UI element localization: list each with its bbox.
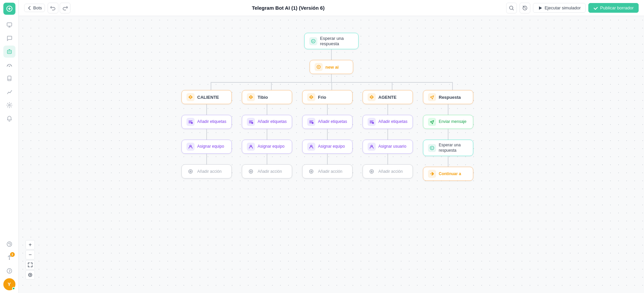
svg-point-4 xyxy=(9,52,10,53)
node-esperar-respuesta-2[interactable]: Esperar una respuesta xyxy=(423,140,473,156)
node-add-action-caliente[interactable]: Añadir acción xyxy=(181,164,232,178)
branches-row: CALIENTE Añadir etiquetas xyxy=(180,90,482,181)
sidebar-item-settings[interactable] xyxy=(3,99,15,111)
node-assign-equipo-frio[interactable]: Asignar equipo xyxy=(302,140,353,154)
search-button[interactable] xyxy=(506,3,517,13)
check-icon xyxy=(593,6,598,10)
zoom-reset-button[interactable] xyxy=(25,270,35,280)
connector-v1 xyxy=(331,49,332,60)
sidebar-item-whatsapp[interactable] xyxy=(3,238,15,250)
undo-button[interactable] xyxy=(48,3,58,13)
node-add-etiquetas-tibio[interactable]: Añadir etiquetas xyxy=(242,115,292,129)
wait-icon xyxy=(309,37,317,45)
logo[interactable] xyxy=(3,3,15,15)
sidebar-item-stats[interactable] xyxy=(3,86,15,98)
sidebar-item-bot[interactable] xyxy=(3,46,15,58)
topbar: Bots Telegram Bot AI (1) (Versión 6) Eje… xyxy=(19,0,644,16)
svg-point-10 xyxy=(7,269,12,273)
notification-badge: 3 xyxy=(10,252,15,257)
node-add-action-frio[interactable]: Añadir acción xyxy=(302,164,353,178)
sidebar-item-chat[interactable] xyxy=(3,32,15,44)
branch-respuesta: Respuesta Enviar mensaje xyxy=(422,90,474,181)
svg-point-7 xyxy=(8,104,10,106)
svg-point-30 xyxy=(30,274,31,276)
svg-rect-1 xyxy=(7,23,12,26)
node-add-action-tibio[interactable]: Añadir acción xyxy=(242,164,292,178)
node-caliente[interactable]: CALIENTE xyxy=(181,90,232,104)
branch-caliente: CALIENTE Añadir etiquetas xyxy=(180,90,233,178)
undo-redo-group xyxy=(48,3,70,13)
svg-marker-13 xyxy=(539,6,542,10)
branch-agente: AGENTE Añadir etiquetas xyxy=(362,90,414,178)
redo-button[interactable] xyxy=(60,3,70,13)
branch-tibio: Tibio Añadir etiquetas xyxy=(241,90,293,178)
avatar[interactable]: Y xyxy=(3,278,15,290)
node-esperar-respuesta[interactable]: Esperar una respuesta xyxy=(304,33,359,49)
online-dot xyxy=(12,287,15,290)
branch-frio: Frio Añadir etiquetas xyxy=(301,90,354,178)
simulate-button[interactable]: Ejecutar simulador xyxy=(533,3,586,13)
node-agente[interactable]: AGENTE xyxy=(363,90,413,104)
history-button[interactable] xyxy=(520,3,530,13)
branch-connector-area xyxy=(180,74,482,90)
node-add-etiquetas-agente[interactable]: Añadir etiquetas xyxy=(363,115,413,129)
sidebar-item-signal[interactable] xyxy=(3,59,15,71)
svg-point-3 xyxy=(8,52,9,53)
ai-icon xyxy=(315,63,323,71)
page-title: Telegram Bot AI (1) (Versión 6) xyxy=(73,5,503,11)
back-arrow-icon xyxy=(27,6,32,10)
sidebar-item-bell[interactable] xyxy=(3,113,15,125)
node-tibio[interactable]: Tibio xyxy=(242,90,292,104)
svg-point-8 xyxy=(7,242,12,246)
node-assign-usuario-agente[interactable]: Asignar usuario xyxy=(363,140,413,154)
back-button[interactable]: Bots xyxy=(24,4,45,12)
zoom-in-button[interactable]: + xyxy=(25,240,35,249)
node-continuar-a[interactable]: Continuar a xyxy=(423,167,473,181)
sidebar-item-tablet[interactable] xyxy=(3,72,15,84)
sidebar-item-antenna[interactable]: 3 xyxy=(3,251,15,264)
node-respuesta[interactable]: Respuesta xyxy=(423,90,473,104)
sidebar-item-help[interactable] xyxy=(3,265,15,277)
node-frio[interactable]: Frio xyxy=(302,90,353,104)
svg-rect-2 xyxy=(7,50,11,54)
svg-point-9 xyxy=(9,259,10,260)
zoom-controls: + − xyxy=(25,240,35,280)
sidebar-item-monitor[interactable] xyxy=(3,19,15,31)
node-assign-equipo-tibio[interactable]: Asignar equipo xyxy=(242,140,292,154)
main-content: Bots Telegram Bot AI (1) (Versión 6) Eje… xyxy=(19,0,644,293)
node-enviar-mensaje[interactable]: Enviar mensaje xyxy=(423,115,473,129)
svg-rect-5 xyxy=(8,76,11,81)
play-icon xyxy=(538,6,543,10)
zoom-out-button[interactable]: − xyxy=(25,250,35,260)
node-add-etiquetas-frio[interactable]: Añadir etiquetas xyxy=(302,115,353,129)
node-add-action-agente[interactable]: Añadir acción xyxy=(363,164,413,178)
node-new-ai[interactable]: new ai xyxy=(310,60,353,74)
flow-canvas[interactable]: Esperar una respuesta new ai xyxy=(19,16,644,293)
publish-button[interactable]: Publicar borrador xyxy=(588,3,639,13)
zoom-fit-button[interactable] xyxy=(25,260,35,270)
node-assign-equipo-caliente[interactable]: Asignar equipo xyxy=(181,140,232,154)
node-add-etiquetas-caliente[interactable]: Añadir etiquetas xyxy=(181,115,232,129)
sidebar: 3 Y xyxy=(0,0,19,293)
